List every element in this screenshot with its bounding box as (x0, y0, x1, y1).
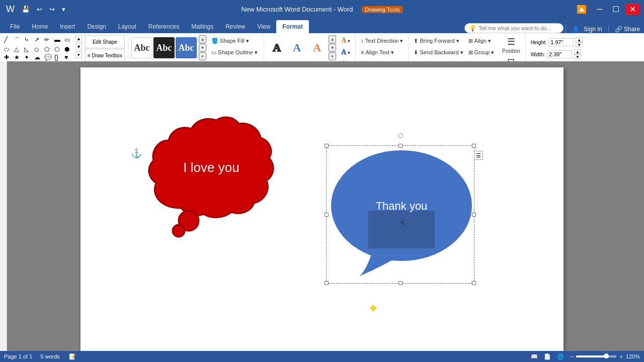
shape-cloud[interactable]: ☁ (34, 54, 43, 61)
height-input[interactable] (548, 38, 574, 46)
tab-view[interactable]: View (252, 20, 277, 33)
tab-design[interactable]: Design (81, 20, 112, 33)
tab-home[interactable]: Home (26, 20, 54, 33)
shape-rect[interactable]: ▬ (54, 36, 63, 45)
shape-ellipse[interactable]: ⬭ (4, 46, 13, 53)
print-layout-btn[interactable]: 📄 (543, 353, 552, 360)
tab-insert[interactable]: Insert (54, 20, 81, 33)
height-down[interactable]: ▼ (576, 42, 583, 47)
align-text-btn[interactable]: ≡ Align Text ▾ (359, 47, 405, 58)
tab-file[interactable]: File (4, 20, 26, 33)
shape-style-3[interactable]: Abc (176, 37, 197, 58)
zoom-out-btn[interactable]: − (569, 353, 574, 359)
shape-octagon[interactable]: ⬢ (64, 46, 73, 53)
bring-forward-btn[interactable]: ⬆ Bring Forward ▾ (412, 35, 465, 46)
zoom-in-btn[interactable]: + (618, 353, 623, 359)
wordart-scroll-up[interactable]: ▲ (329, 35, 336, 43)
tab-references[interactable]: References (142, 20, 185, 33)
position-btn[interactable]: ☰ Position (500, 35, 522, 55)
shape-style-2[interactable]: Abc (153, 37, 175, 58)
shapes-scroll-down[interactable]: ▼ (75, 43, 82, 50)
wordart-scroll-down[interactable]: ▼ (329, 44, 336, 52)
shape-star5[interactable]: ★ (14, 54, 23, 61)
word-icon[interactable]: W (4, 3, 17, 16)
width-input[interactable] (547, 50, 572, 58)
style-scroll-up[interactable]: ▲ (199, 35, 206, 43)
width-down[interactable]: ▼ (574, 54, 581, 59)
text-outline-icon: A (341, 48, 346, 56)
shape-connector[interactable]: ⤷ (24, 36, 33, 45)
redo-button[interactable]: ↪ (47, 5, 57, 14)
shape-style-1[interactable]: Abc (131, 37, 152, 58)
send-backward-btn[interactable]: ⬇ Send Backward ▾ (412, 47, 465, 58)
width-label: Width: (531, 52, 545, 57)
shape-rounded-rect[interactable]: ▭ (64, 36, 73, 45)
text-fill-btn[interactable]: A ▾ (339, 35, 352, 46)
close-btn[interactable]: ✕ (625, 4, 640, 15)
handle-bottom-left[interactable] (325, 281, 329, 285)
anchor-icon: ⚓ (131, 148, 142, 159)
svg-rect-4 (368, 211, 435, 248)
wordart-style-2[interactable]: A (287, 38, 306, 57)
sign-in-button[interactable]: Sign in (584, 26, 602, 33)
tab-layout[interactable]: Layout (112, 20, 142, 33)
shape-heart[interactable]: ♥ (64, 54, 73, 61)
shape-curve[interactable]: ⌒ (14, 36, 23, 45)
zoom-slider-container: − + 120% (569, 353, 640, 359)
wordart-style-3[interactable]: A (307, 38, 327, 57)
wordart-more[interactable]: ▾ (329, 52, 336, 60)
edit-shape-btn[interactable]: Edit Shape (85, 35, 125, 48)
shape-rtriangle[interactable]: ◺ (24, 46, 33, 53)
shape-outline-icon: ▭ (211, 49, 216, 56)
handle-bottom-right[interactable] (472, 281, 476, 285)
wordart-style-1[interactable]: A (267, 38, 286, 57)
read-mode-btn[interactable]: 📖 (530, 353, 539, 360)
text-direction-btn[interactable]: ↕ Text Direction ▾ (359, 35, 405, 46)
shapes-scroll-up[interactable]: ▲ (75, 35, 82, 42)
shapes-more[interactable]: ▾ (75, 51, 82, 58)
tell-me-input[interactable] (478, 25, 559, 31)
text-outline-btn[interactable]: A ▾ (339, 47, 352, 58)
shape-outline-btn[interactable]: ▭ Shape Outline ▾ (209, 47, 261, 58)
shape-plus[interactable]: ✚ (4, 54, 13, 61)
save-button[interactable]: 💾 (20, 5, 32, 14)
shape-callout[interactable]: 💬 (44, 54, 53, 61)
qat-dropdown[interactable]: ▾ (60, 5, 67, 14)
ribbon-display-btn[interactable]: 🔼 (573, 4, 591, 15)
shape-triangle[interactable]: △ (14, 46, 23, 53)
vertical-ruler (0, 61, 7, 351)
zoom-slider[interactable] (576, 355, 616, 357)
undo-button[interactable]: ↩ (35, 5, 44, 14)
proofing-btn[interactable]: 📝 (68, 353, 77, 360)
tab-format[interactable]: Format (276, 20, 309, 33)
tab-mailings[interactable]: Mailings (185, 20, 219, 33)
speech-bubble[interactable]: Thank you (327, 145, 475, 281)
share-button[interactable]: 🔗 Share (615, 26, 640, 33)
tab-review[interactable]: Review (219, 20, 251, 33)
shape-star4[interactable]: ✦ (24, 54, 33, 61)
width-up[interactable]: ▲ (574, 49, 581, 54)
shape-hexagon[interactable]: ⬡ (54, 46, 63, 53)
draw-textbox-btn[interactable]: ≡ Draw Textbox (85, 49, 125, 62)
tail-handle[interactable] (370, 305, 377, 312)
shape-pentagon[interactable]: ⬠ (44, 46, 53, 53)
shape-freeform[interactable]: ✏ (44, 36, 53, 45)
maximize-btn[interactable]: ☐ (608, 4, 623, 15)
group-btn[interactable]: ⊞ Group ▾ (466, 47, 497, 58)
shape-brace[interactable]: {} (54, 54, 63, 61)
shape-fill-btn[interactable]: 🪣 Shape Fill ▾ (209, 35, 261, 46)
align-btn[interactable]: ⊞ Align ▾ (466, 35, 497, 46)
style-more[interactable]: ▾ (199, 52, 206, 60)
shape-line[interactable]: ╱ (4, 36, 13, 45)
minimize-btn[interactable]: ─ (593, 4, 606, 15)
tell-me-box[interactable]: 💡 (464, 23, 564, 33)
lightbulb-icon: 💡 (469, 25, 476, 32)
handle-bottom-center[interactable] (398, 281, 403, 285)
web-layout-btn[interactable]: 🌐 (556, 353, 565, 360)
shape-arrow[interactable]: ↗ (34, 36, 43, 45)
cloud-shape[interactable]: I love you (141, 108, 282, 238)
style-scroll-down[interactable]: ▼ (199, 44, 206, 52)
rotate-handle[interactable] (398, 133, 403, 138)
height-up[interactable]: ▲ (576, 37, 583, 42)
shape-diamond[interactable]: ◇ (34, 46, 43, 53)
